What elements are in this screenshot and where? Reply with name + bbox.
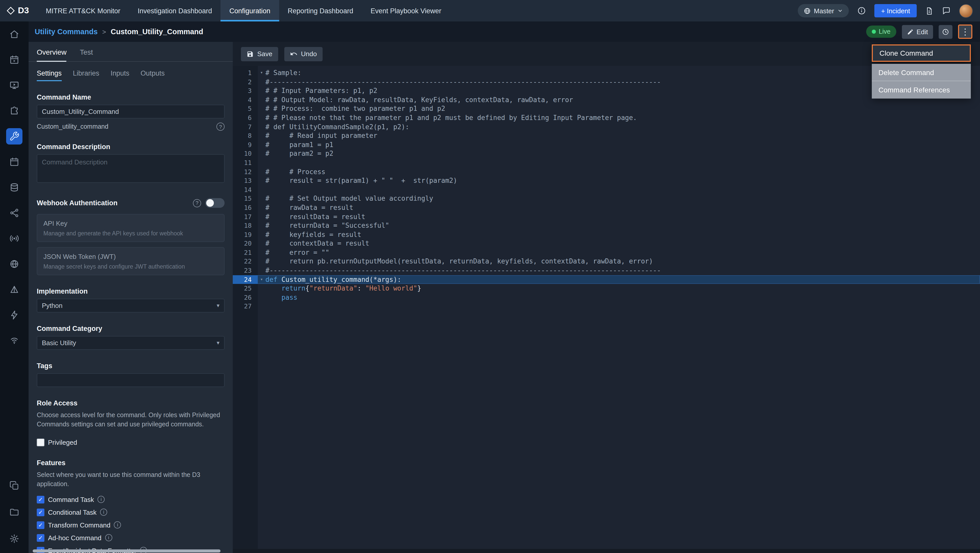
line-number[interactable]: 6 bbox=[233, 113, 258, 122]
code-line-5[interactable]: 5# # Process: combine two parameter p1 a… bbox=[233, 104, 980, 113]
nav-item-investigation-dashboard[interactable]: Investigation Dashboard bbox=[129, 0, 221, 21]
subtab-settings[interactable]: Settings bbox=[37, 69, 62, 81]
signal-icon[interactable] bbox=[6, 332, 22, 349]
code-line-22[interactable]: 22# return pb.returnOutputModel(resultDa… bbox=[233, 257, 980, 266]
code-line-8[interactable]: 8# # Read input parameter bbox=[233, 131, 980, 140]
feature-checkbox[interactable] bbox=[37, 521, 45, 529]
webhook-help-icon[interactable]: ? bbox=[193, 199, 201, 207]
feature-checkbox[interactable] bbox=[37, 496, 45, 503]
code-line-3[interactable]: 3# # Input Parameters: p1, p2 bbox=[233, 86, 980, 95]
line-number[interactable]: 4 bbox=[233, 96, 258, 104]
line-number[interactable]: 10 bbox=[233, 149, 258, 158]
user-avatar[interactable] bbox=[959, 4, 973, 18]
info-icon[interactable]: i bbox=[100, 508, 107, 516]
tags-input[interactable] bbox=[37, 373, 224, 387]
line-number[interactable]: 8 bbox=[233, 131, 258, 140]
feature-checkbox[interactable] bbox=[37, 508, 45, 516]
menu-item-clone-command[interactable]: Clone Command bbox=[872, 45, 971, 62]
more-actions-button[interactable]: ⋮ bbox=[958, 24, 972, 39]
calendar-icon[interactable] bbox=[6, 154, 22, 170]
code-line-1[interactable]: 1▾# Sample: bbox=[233, 69, 980, 77]
line-number[interactable]: 19 bbox=[233, 230, 258, 239]
code-line-26[interactable]: 26 pass bbox=[233, 293, 980, 302]
code-line-7[interactable]: 7# def UtilityCommandSample2(p1, p2): bbox=[233, 122, 980, 131]
line-number[interactable]: 12 bbox=[233, 167, 258, 176]
home-icon[interactable] bbox=[6, 26, 22, 42]
menu-item-command-references[interactable]: Command References bbox=[872, 81, 971, 99]
line-number[interactable]: 20 bbox=[233, 239, 258, 248]
report-icon[interactable] bbox=[925, 6, 934, 15]
nav-item-event-playbook-viewer[interactable]: Event Playbook Viewer bbox=[362, 0, 450, 21]
save-button[interactable]: Save bbox=[241, 47, 278, 61]
line-number[interactable]: 25 bbox=[233, 284, 258, 293]
line-number[interactable]: 23 bbox=[233, 266, 258, 275]
line-number[interactable]: 9 bbox=[233, 140, 258, 149]
code-line-11[interactable]: 11 bbox=[233, 158, 980, 167]
command-description-input[interactable] bbox=[37, 154, 224, 183]
line-number[interactable]: 5 bbox=[233, 104, 258, 113]
new-incident-button[interactable]: + Incident bbox=[875, 4, 917, 18]
tab-overview[interactable]: Overview bbox=[37, 48, 67, 62]
code-line-20[interactable]: 20# contextData = result bbox=[233, 239, 980, 248]
code-line-14[interactable]: 14 bbox=[233, 185, 980, 194]
broadcast-icon[interactable] bbox=[6, 230, 22, 247]
code-line-23[interactable]: 23#-------------------------------------… bbox=[233, 266, 980, 275]
line-number[interactable]: 27 bbox=[233, 302, 258, 311]
code-line-27[interactable]: 27 bbox=[233, 302, 980, 311]
line-number[interactable]: 16 bbox=[233, 203, 258, 212]
line-number[interactable]: 18 bbox=[233, 221, 258, 230]
code-line-4[interactable]: 4# # Output Model: rawData, resultData, … bbox=[233, 96, 980, 104]
info-icon[interactable]: i bbox=[114, 521, 121, 529]
line-number[interactable]: 17 bbox=[233, 212, 258, 221]
command-category-select[interactable]: Basic Utility ▾ bbox=[37, 336, 224, 350]
implementation-select[interactable]: Python ▾ bbox=[37, 299, 224, 312]
line-number[interactable]: 3 bbox=[233, 86, 258, 95]
line-number[interactable]: 14 bbox=[233, 185, 258, 194]
code-line-12[interactable]: 12# # Process bbox=[233, 167, 980, 176]
puzzle-icon[interactable] bbox=[6, 103, 22, 119]
edit-button[interactable]: Edit bbox=[902, 25, 933, 38]
line-number[interactable]: 26 bbox=[233, 293, 258, 302]
line-number[interactable]: 1 bbox=[233, 69, 258, 77]
line-number[interactable]: 21 bbox=[233, 248, 258, 257]
code-line-9[interactable]: 9# param1 = p1 bbox=[233, 140, 980, 149]
subtab-inputs[interactable]: Inputs bbox=[110, 69, 129, 81]
code-line-15[interactable]: 15# # Set Output model value accordingly bbox=[233, 194, 980, 203]
menu-item-delete-command[interactable]: Delete Command bbox=[872, 64, 971, 81]
line-number[interactable]: 15 bbox=[233, 194, 258, 203]
subtab-libraries[interactable]: Libraries bbox=[73, 69, 100, 81]
code-line-10[interactable]: 10# param2 = p2 bbox=[233, 149, 980, 158]
monitor-play-icon[interactable] bbox=[6, 77, 22, 94]
editor-horizontal-scrollbar[interactable] bbox=[233, 549, 980, 553]
jwt-card[interactable]: JSON Web Token (JWT) Manage secret keys … bbox=[37, 247, 224, 275]
wrench-icon[interactable] bbox=[6, 128, 22, 145]
webhook-toggle[interactable] bbox=[205, 198, 224, 208]
fold-arrow-icon[interactable]: ▾ bbox=[258, 69, 266, 77]
share-nodes-icon[interactable] bbox=[6, 205, 22, 221]
line-number[interactable]: 2 bbox=[233, 77, 258, 86]
tab-test[interactable]: Test bbox=[80, 48, 93, 61]
calendar-event-icon[interactable] bbox=[6, 52, 22, 68]
help-icon[interactable]: ? bbox=[216, 123, 224, 131]
code-line-25[interactable]: 25 return{"returnData": "Hello world"} bbox=[233, 284, 980, 293]
code-area[interactable]: 1▾# Sample:2#---------------------------… bbox=[233, 66, 980, 553]
info-icon[interactable] bbox=[857, 6, 866, 15]
api-key-card[interactable]: API Key Manage and generate the API keys… bbox=[37, 214, 224, 242]
info-icon[interactable]: i bbox=[97, 496, 105, 503]
history-button[interactable] bbox=[939, 25, 953, 38]
line-number[interactable]: 11 bbox=[233, 158, 258, 167]
d3-logo[interactable]: D3 bbox=[0, 0, 37, 21]
globe-icon[interactable] bbox=[6, 256, 22, 272]
code-line-16[interactable]: 16# rawData = result bbox=[233, 203, 980, 212]
chat-icon[interactable] bbox=[942, 6, 951, 15]
folder-icon[interactable] bbox=[6, 504, 22, 520]
nav-item-mitre-att-ck-monitor[interactable]: MITRE ATT&CK Monitor bbox=[37, 0, 129, 21]
prism-icon[interactable] bbox=[6, 281, 22, 298]
copy-icon[interactable] bbox=[6, 477, 22, 494]
code-line-19[interactable]: 19# keyfields = result bbox=[233, 230, 980, 239]
gear-icon[interactable] bbox=[6, 531, 22, 547]
code-line-18[interactable]: 18# returnData = "Successful" bbox=[233, 221, 980, 230]
info-icon[interactable]: i bbox=[105, 534, 112, 541]
breadcrumb-parent-link[interactable]: Utility Commands bbox=[35, 27, 98, 36]
code-line-17[interactable]: 17# resultData = result bbox=[233, 212, 980, 221]
